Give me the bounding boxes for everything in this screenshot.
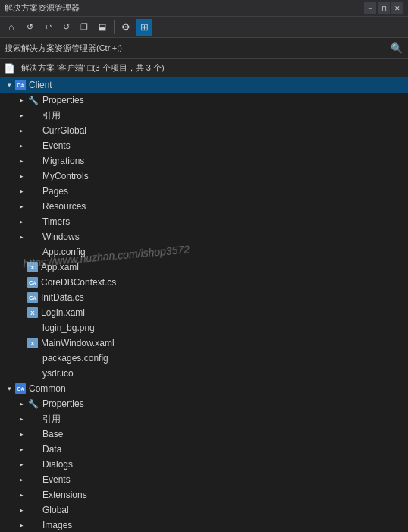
xaml-icon-appxaml: X (27, 262, 38, 272)
expand-arrow-common-extensions[interactable]: ▸ (15, 487, 27, 502)
item-label-references: 引用 (42, 109, 61, 122)
folder-icon-events (27, 140, 39, 152)
folder-icon-common-base (27, 428, 39, 440)
folder-icon-resources (27, 200, 39, 212)
tree-item-timers[interactable]: ▸Timers (0, 214, 408, 229)
expand-arrow-pages[interactable]: ▸ (15, 184, 27, 199)
settings-button[interactable]: ⚙ (118, 19, 134, 36)
item-label-appconfig: App.config (42, 247, 86, 257)
expand-arrow-common-images[interactable]: ▸ (15, 518, 27, 532)
expand-arrow-currglobal[interactable]: ▸ (15, 123, 27, 138)
close-button[interactable]: ✕ (391, 2, 403, 14)
tree-item-loginbg[interactable]: ▸login_bg.png (0, 320, 408, 335)
item-label-common-events: Events (42, 474, 71, 485)
expand-arrow-client[interactable]: ▾ (3, 77, 15, 93)
item-label-loginxaml: Login.xaml (41, 307, 85, 318)
tree-item-pages[interactable]: ▸Pages (0, 184, 408, 199)
expand-arrow-events[interactable]: ▸ (15, 138, 27, 153)
tree-item-common[interactable]: ▾C#Common (0, 381, 408, 396)
tree-item-loginxaml[interactable]: ▸XLogin.xaml (0, 305, 408, 320)
folder-icon-timers (27, 216, 39, 228)
project-icon-client: C# (15, 80, 26, 90)
tree-item-mainwindow[interactable]: ▸XMainWindow.xaml (0, 335, 408, 351)
expand-arrow-common-properties[interactable]: ▸ (15, 396, 27, 411)
properties-icon-properties: 🔧 (27, 94, 39, 106)
item-label-events: Events (42, 140, 71, 151)
expand-arrow-references[interactable]: ▸ (15, 108, 27, 123)
folder-icon-common-dialogs (27, 458, 39, 471)
item-label-ysdrico: ysdr.ico (42, 368, 74, 379)
tree-item-mycontrols[interactable]: ▸MyControls (0, 168, 408, 184)
pin-button[interactable]: ⊓ (378, 2, 390, 14)
tree-item-events[interactable]: ▸Events (0, 138, 408, 153)
ico-icon-ysdrico (27, 367, 39, 379)
tree-item-common-references[interactable]: ▸引用 (0, 411, 408, 427)
item-label-coredbcontext: CoreDBContext.cs (41, 277, 116, 288)
copy-button[interactable]: ❐ (76, 19, 93, 36)
xaml-icon-loginxaml: X (27, 307, 38, 318)
tree-item-references[interactable]: ▸引用 (0, 108, 408, 123)
item-label-pages: Pages (42, 186, 68, 197)
solution-title: 解决方案 '客户端' □(3 个项目，共 3 个) (21, 62, 165, 74)
tree-item-common-base[interactable]: ▸Base (0, 427, 408, 442)
expand-arrow-common-dialogs[interactable]: ▸ (15, 457, 27, 472)
tree-item-properties[interactable]: ▸🔧Properties (0, 93, 408, 108)
item-label-client: Client (29, 80, 52, 90)
expand-arrow-properties[interactable]: ▸ (15, 93, 27, 108)
tree-item-windows[interactable]: ▸Windows (0, 229, 408, 244)
expand-arrow-common-global[interactable]: ▸ (15, 502, 27, 518)
folder-icon-common-global (27, 504, 39, 516)
folder-icon-common-images (27, 519, 39, 531)
tree-item-common-images[interactable]: ▸Images (0, 518, 408, 532)
tree-item-client[interactable]: ▾C#Client (0, 77, 408, 93)
expand-arrow-timers[interactable]: ▸ (15, 214, 27, 229)
item-label-migrations: Migrations (42, 156, 84, 166)
tree-item-resources[interactable]: ▸Resources (0, 199, 408, 214)
item-label-common-properties: Properties (42, 398, 84, 409)
tree-item-common-extensions[interactable]: ▸Extensions (0, 487, 408, 502)
reference-icon-references (27, 109, 39, 121)
solution-header: 📄 解决方案 '客户端' □(3 个项目，共 3 个) (0, 59, 408, 77)
search-bar-label: 搜索解决方案资源管理器(Ctrl+;) (5, 42, 390, 54)
tree-item-currglobal[interactable]: ▸CurrGlobal (0, 123, 408, 138)
back-button[interactable]: ↺ (21, 19, 38, 36)
expand-arrow-common[interactable]: ▾ (3, 381, 15, 396)
item-label-packagesconfig: packages.config (42, 353, 108, 364)
tree-item-ysdrico[interactable]: ▸ysdr.ico (0, 366, 408, 381)
undo-button[interactable]: ↩ (39, 19, 56, 36)
expand-arrow-common-references[interactable]: ▸ (15, 411, 27, 427)
tree-item-common-global[interactable]: ▸Global (0, 502, 408, 518)
expand-arrow-common-data[interactable]: ▸ (15, 442, 27, 457)
paste-button[interactable]: ⬓ (94, 19, 111, 36)
expand-arrow-common-base[interactable]: ▸ (15, 427, 27, 442)
expand-arrow-common-events[interactable]: ▸ (15, 472, 27, 487)
minimize-button[interactable]: − (364, 2, 376, 14)
tree-item-common-events[interactable]: ▸Events (0, 472, 408, 487)
item-label-windows: Windows (42, 231, 80, 242)
tree-item-common-properties[interactable]: ▸🔧Properties (0, 396, 408, 411)
refresh-button[interactable]: ↺ (58, 19, 74, 36)
toggle-button[interactable]: ⊞ (136, 19, 152, 36)
expand-arrow-mycontrols[interactable]: ▸ (15, 168, 27, 184)
cs-icon-initdata: C# (27, 292, 38, 303)
image-icon-loginbg (27, 322, 39, 334)
tree-item-packagesconfig[interactable]: ▸packages.config (0, 351, 408, 366)
tree-item-coredbcontext[interactable]: ▸C#CoreDBContext.cs (0, 275, 408, 290)
tree-item-appxaml[interactable]: ▸XApp.xaml (0, 260, 408, 275)
tree-item-appconfig[interactable]: ▸App.config (0, 244, 408, 260)
home-button[interactable]: ⌂ (3, 19, 20, 36)
item-label-appxaml: App.xaml (41, 262, 79, 272)
tree-item-common-data[interactable]: ▸Data (0, 442, 408, 457)
tree-item-common-dialogs[interactable]: ▸Dialogs (0, 457, 408, 472)
expand-arrow-resources[interactable]: ▸ (15, 199, 27, 214)
item-label-initdata: InitData.cs (41, 292, 84, 303)
tree-view: ▾C#Client▸🔧Properties▸引用▸CurrGlobal▸Even… (0, 77, 408, 532)
tree-item-initdata[interactable]: ▸C#InitData.cs (0, 290, 408, 305)
tree-item-migrations[interactable]: ▸Migrations (0, 153, 408, 168)
expand-arrow-migrations[interactable]: ▸ (15, 153, 27, 168)
item-label-properties: Properties (42, 95, 84, 105)
search-button[interactable]: 🔍 (390, 42, 403, 55)
toolbar-separator (114, 20, 115, 34)
item-label-currglobal: CurrGlobal (42, 125, 86, 136)
expand-arrow-windows[interactable]: ▸ (15, 229, 27, 244)
